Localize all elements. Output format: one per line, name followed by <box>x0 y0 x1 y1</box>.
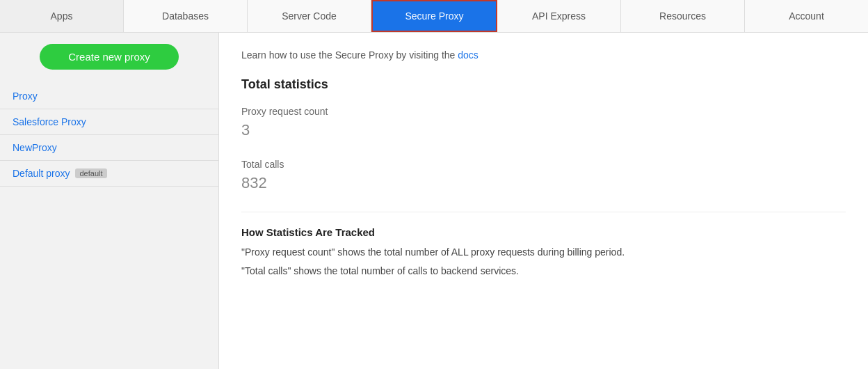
proxy-request-count-block: Proxy request count 3 <box>241 106 846 139</box>
sidebar-item-default-proxy[interactable]: Default proxy default <box>0 161 218 187</box>
nav-item-databases[interactable]: Databases <box>124 0 248 32</box>
sidebar-item-salesforce-proxy[interactable]: Salesforce Proxy <box>0 109 218 135</box>
info-paragraph: Learn how to use the Secure Proxy by vis… <box>241 49 846 61</box>
total-calls-block: Total calls 832 <box>241 159 846 192</box>
sidebar-item-new-proxy[interactable]: NewProxy <box>0 135 218 161</box>
main-content: Learn how to use the Secure Proxy by vis… <box>219 33 868 369</box>
sidebar-item-default-proxy-label: Default proxy <box>13 168 70 179</box>
nav-label-api-express: API Express <box>532 10 586 22</box>
how-desc-1: "Proxy request count" shows the total nu… <box>241 245 846 260</box>
sidebar: Create new proxy Proxy Salesforce Proxy … <box>0 33 219 369</box>
nav-label-secure-proxy: Secure Proxy <box>405 10 463 22</box>
total-calls-label: Total calls <box>241 159 846 170</box>
nav-label-apps: Apps <box>51 10 73 22</box>
how-desc-2: "Total calls" shows the total number of … <box>241 264 846 278</box>
nav-item-server-code[interactable]: Server Code <box>248 0 371 32</box>
top-nav: Apps Databases Server Code Secure Proxy … <box>0 0 868 33</box>
main-layout: Create new proxy Proxy Salesforce Proxy … <box>0 33 868 369</box>
total-calls-value: 832 <box>241 174 846 192</box>
nav-label-databases: Databases <box>162 10 209 22</box>
nav-item-apps[interactable]: Apps <box>0 0 124 32</box>
nav-label-resources: Resources <box>659 10 706 22</box>
nav-label-account: Account <box>789 10 824 22</box>
sidebar-item-proxy-label: Proxy <box>13 91 38 102</box>
default-badge: default <box>75 168 106 178</box>
proxy-request-count-label: Proxy request count <box>241 106 846 117</box>
how-statistics-title: How Statistics Are Tracked <box>241 226 846 238</box>
nav-label-server-code: Server Code <box>282 10 337 22</box>
proxy-list: Proxy Salesforce Proxy NewProxy Default … <box>0 84 218 187</box>
section-divider <box>241 212 846 212</box>
nav-item-secure-proxy[interactable]: Secure Proxy <box>371 0 497 32</box>
sidebar-item-new-proxy-label: NewProxy <box>13 142 57 153</box>
info-text-prefix: Learn how to use the Secure Proxy by vis… <box>241 49 458 61</box>
nav-item-resources[interactable]: Resources <box>621 0 745 32</box>
create-new-proxy-button[interactable]: Create new proxy <box>40 44 179 70</box>
sidebar-item-salesforce-proxy-label: Salesforce Proxy <box>13 116 86 127</box>
nav-item-api-express[interactable]: API Express <box>497 0 621 32</box>
docs-link[interactable]: docs <box>458 49 479 61</box>
total-statistics-title: Total statistics <box>241 77 846 92</box>
sidebar-item-proxy[interactable]: Proxy <box>0 84 218 109</box>
proxy-request-count-value: 3 <box>241 121 846 139</box>
nav-item-account[interactable]: Account <box>745 0 868 32</box>
